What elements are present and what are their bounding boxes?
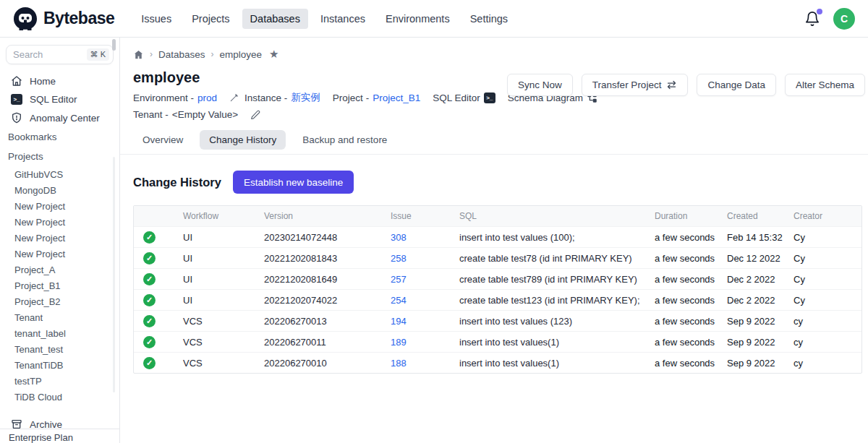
nav-item-environments[interactable]: Environments: [378, 9, 458, 29]
sidebar-scrollbar-track[interactable]: [113, 157, 115, 392]
cell-duration: a few seconds: [655, 253, 727, 264]
sidebar-scrollbar-thumb[interactable]: [112, 39, 116, 51]
sidebar-project-item[interactable]: Project_B1: [0, 278, 119, 293]
cell-creator: cy: [793, 358, 861, 369]
sidebar-project-item[interactable]: New Project: [0, 230, 119, 246]
cell-issue-link[interactable]: 308: [391, 232, 459, 243]
table-row[interactable]: ✓ VCS 202206270011 189 insert into test …: [134, 331, 861, 352]
breadcrumb-employee[interactable]: employee: [220, 49, 263, 60]
tab-overview[interactable]: Overview: [133, 130, 192, 150]
column-header-version: Version: [264, 211, 391, 221]
database-tabs: Overview Change History Backup and resto…: [133, 130, 862, 150]
cell-workflow: UI: [183, 253, 264, 264]
cell-issue-link[interactable]: 194: [391, 316, 459, 327]
cell-sql: insert into test values(1): [459, 337, 655, 348]
cell-issue-link[interactable]: 257: [391, 274, 459, 285]
sync-now-button[interactable]: Sync Now: [507, 74, 573, 96]
table-row[interactable]: ✓ VCS 202206270013 194 insert into test …: [134, 310, 861, 331]
cell-creator: cy: [793, 337, 861, 348]
cell-issue-link[interactable]: 189: [391, 337, 459, 348]
favorite-star-icon[interactable]: ★: [269, 48, 278, 61]
cell-version: 20221202081843: [264, 253, 391, 264]
establish-baseline-button[interactable]: Establish new baseline: [233, 171, 354, 194]
change-data-button[interactable]: Change Data: [697, 74, 776, 96]
sidebar-section-projects[interactable]: Projects: [0, 147, 119, 166]
cell-version: 202206270013: [264, 316, 391, 327]
cell-sql: create table test123 (id int PRIMARY KEY…: [459, 295, 655, 306]
sidebar-project-item[interactable]: TiDB Cloud: [0, 389, 119, 405]
nav-item-instances[interactable]: Instances: [312, 9, 373, 29]
sidebar-item-anomaly-center[interactable]: Anomaly Center: [0, 108, 119, 127]
sidebar-project-item[interactable]: Project_B2: [0, 293, 119, 309]
tab-change-history[interactable]: Change History: [200, 130, 286, 150]
table-row[interactable]: ✓ VCS 202206270010 188 insert into test …: [134, 352, 861, 373]
cell-issue-link[interactable]: 188: [391, 358, 459, 369]
tenant-value: <Empty Value>: [172, 109, 238, 120]
breadcrumb-home-icon[interactable]: [133, 49, 144, 60]
cell-created: Dec 2 2022: [727, 295, 793, 306]
nav-item-databases[interactable]: Databases: [242, 9, 308, 29]
alter-schema-button[interactable]: Alter Schema: [785, 74, 865, 96]
instance-link[interactable]: 新实例: [291, 91, 320, 104]
cell-creator: Cy: [793, 232, 861, 243]
sidebar-project-item[interactable]: New Project: [0, 214, 119, 230]
cell-workflow: UI: [183, 232, 264, 243]
sidebar-project-item[interactable]: testTP: [0, 373, 119, 389]
nav-item-issues[interactable]: Issues: [133, 9, 179, 29]
cell-duration: a few seconds: [655, 316, 727, 327]
change-history-table: Workflow Version Issue SQL Duration Crea…: [133, 205, 862, 374]
sidebar-project-item[interactable]: Project_A: [0, 262, 119, 278]
table-header-row: Workflow Version Issue SQL Duration Crea…: [134, 206, 861, 226]
sidebar-project-item[interactable]: Tenant_test: [0, 341, 119, 357]
cell-created: Sep 9 2022: [727, 358, 793, 369]
brand[interactable]: Bytebase: [13, 7, 114, 31]
table-row[interactable]: ✓ UI 20221202081649 257 create table tes…: [134, 268, 861, 289]
breadcrumb-databases[interactable]: Databases: [158, 49, 205, 60]
sidebar-project-item[interactable]: Tenant: [0, 309, 119, 325]
status-success-icon: ✓: [143, 294, 156, 306]
sidebar-project-item[interactable]: TenantTiDB: [0, 357, 119, 373]
terminal-icon: >_: [11, 94, 22, 105]
column-header-issue: Issue: [391, 211, 459, 221]
table-row[interactable]: ✓ UI 20230214072448 308 insert into test…: [134, 226, 861, 247]
sidebar: Search ⌘ K Home >_ SQL Editor Anomaly Ce: [0, 38, 120, 443]
database-meta-line-2: Tenant - <Empty Value>: [133, 109, 862, 120]
transfer-arrows-icon: [666, 80, 677, 90]
sidebar-project-item[interactable]: GitHubVCS: [0, 166, 119, 182]
table-row[interactable]: ✓ UI 20221202074022 254 create table tes…: [134, 289, 861, 310]
tab-backup-and-restore[interactable]: Backup and restore: [293, 130, 396, 150]
nav-item-settings[interactable]: Settings: [462, 9, 516, 29]
search-input[interactable]: Search ⌘ K: [6, 45, 114, 64]
status-success-icon: ✓: [143, 231, 156, 244]
sidebar-item-home[interactable]: Home: [0, 72, 119, 90]
breadcrumb: › Databases › employee ★: [133, 48, 862, 61]
status-success-icon: ✓: [143, 252, 156, 264]
column-header-duration: Duration: [655, 211, 727, 221]
cell-version: 20230214072448: [264, 232, 391, 243]
user-avatar[interactable]: C: [833, 8, 855, 30]
transfer-project-button[interactable]: Transfer Project: [582, 74, 689, 96]
sidebar-project-item[interactable]: MongoDB: [0, 182, 119, 198]
status-success-icon: ✓: [143, 336, 156, 348]
sql-editor-shortcut[interactable]: SQL Editor >_: [433, 93, 495, 103]
sidebar-project-item[interactable]: New Project: [0, 246, 119, 262]
cell-duration: a few seconds: [655, 232, 727, 243]
cell-issue-link[interactable]: 258: [391, 253, 459, 264]
cell-issue-link[interactable]: 254: [391, 295, 459, 306]
sidebar-project-item[interactable]: New Project: [0, 198, 119, 214]
notifications-button[interactable]: [804, 11, 820, 27]
sidebar-section-bookmarks[interactable]: Bookmarks: [0, 127, 119, 147]
cell-sql: create table test78 (id int PRIMARY KEY): [459, 253, 655, 264]
sidebar-item-sql-editor[interactable]: >_ SQL Editor: [0, 90, 119, 108]
bytebase-logo-icon: [13, 7, 38, 31]
cell-sql: insert into test values (123): [459, 316, 655, 327]
sidebar-project-item[interactable]: tenant_label: [0, 325, 119, 341]
nav-item-projects[interactable]: Projects: [184, 9, 237, 29]
cell-creator: Cy: [793, 274, 861, 285]
project-link[interactable]: Project_B1: [373, 93, 420, 103]
home-icon: [11, 75, 22, 87]
environment-link[interactable]: prod: [197, 93, 217, 103]
table-row[interactable]: ✓ UI 20221202081843 258 create table tes…: [134, 247, 861, 268]
cell-version: 202206270011: [264, 337, 391, 348]
edit-pencil-icon[interactable]: [250, 110, 260, 120]
